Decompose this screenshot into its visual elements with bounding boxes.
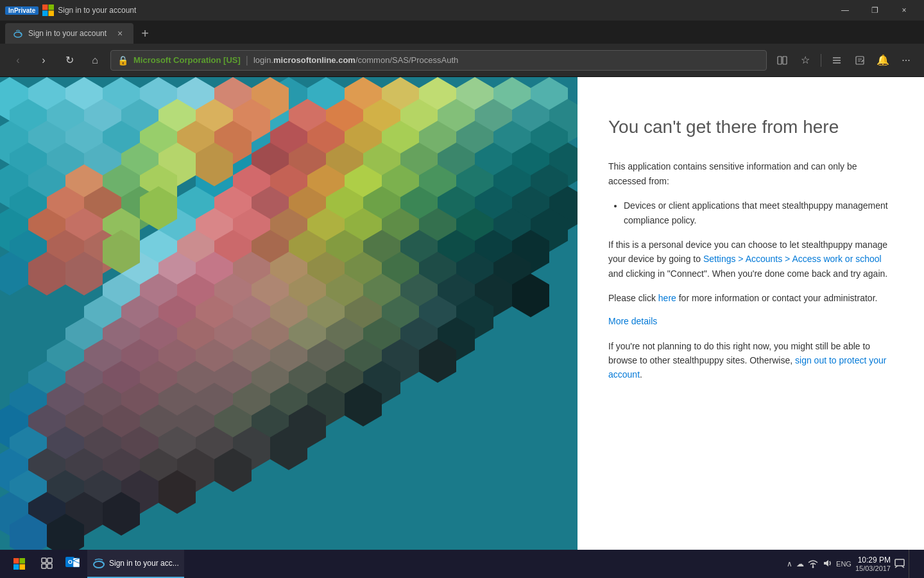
clock-time: 10:29 PM [855, 556, 891, 565]
tray-cloud-icon[interactable]: ☁ [796, 559, 804, 568]
address-bar: ‹ › ↻ ⌂ 🔒 Microsoft Corporation [US] | l… [0, 44, 924, 77]
task-view-button[interactable] [36, 550, 58, 578]
intro-text: This application contains sensitive info… [608, 161, 857, 186]
bullet-item: Devices or client applications that meet… [624, 198, 893, 227]
title-bar-left: InPrivate Sign in to your account [5, 4, 136, 16]
svg-rect-2 [42, 11, 48, 17]
svg-rect-30 [895, 559, 904, 566]
reading-view-icon [777, 55, 787, 66]
message-panel: You can't get there from here This appli… [578, 77, 924, 550]
inprivate-badge: InPrivate [5, 6, 38, 15]
here-link[interactable]: here [658, 293, 676, 303]
url-site-name: Microsoft Corporation [US] [133, 55, 241, 65]
clock-date: 15/03/2017 [855, 565, 891, 572]
minimize-button[interactable]: — [830, 0, 860, 21]
notifications-button[interactable]: 🔔 [873, 50, 893, 71]
tray-keyboard-icon[interactable]: ENG [836, 560, 851, 568]
url-full: login.microsoftonline.com/common/SAS/Pro… [253, 55, 458, 65]
outlook-logo: O [65, 555, 80, 569]
close-button[interactable]: × [889, 0, 919, 21]
edge-taskbar-icon [92, 557, 105, 570]
tab-close-button[interactable]: × [114, 28, 126, 39]
url-main: login. [253, 55, 273, 65]
para3-after: for more information or contact your adm… [676, 293, 878, 303]
tab-favicon [13, 28, 23, 39]
back-button[interactable]: ‹ [8, 50, 28, 71]
web-note-button[interactable] [850, 50, 870, 71]
para4: If you're not planning to do this right … [608, 339, 893, 382]
refresh-button[interactable]: ↻ [59, 50, 80, 71]
network-icon [808, 558, 818, 568]
svg-rect-3 [49, 11, 55, 17]
outlook-taskbar-btn[interactable]: O [60, 550, 85, 578]
title-bar: InPrivate Sign in to your account — ❐ × [0, 0, 924, 21]
svg-rect-18 [20, 565, 26, 570]
new-tab-button[interactable]: + [136, 24, 154, 42]
browser-content: You can't get there from here This appli… [0, 77, 924, 550]
maximize-button[interactable]: ❐ [860, 0, 889, 21]
tab-bar: Sign in to your account × + [0, 21, 924, 44]
para4-after: . [640, 369, 642, 380]
svg-rect-20 [47, 558, 52, 563]
hex-panel [0, 77, 578, 550]
hub-icon [832, 55, 842, 66]
hexagon-illustration [0, 77, 578, 550]
url-divider: | [246, 55, 248, 66]
tab-title-text: Sign in to your account [58, 6, 136, 15]
hub-button[interactable] [826, 50, 847, 71]
svg-rect-22 [47, 564, 52, 568]
tray-network-icon[interactable] [808, 558, 818, 570]
start-button[interactable] [5, 550, 33, 578]
intro-paragraph: This application contains sensitive info… [608, 159, 893, 188]
tray-speaker-icon[interactable] [822, 558, 832, 570]
svg-rect-15 [13, 558, 19, 564]
task-view-icon [41, 557, 53, 569]
para3-before: Please click [608, 293, 658, 303]
reading-view-button[interactable] [772, 50, 792, 71]
svg-rect-0 [42, 4, 48, 10]
speaker-icon [822, 558, 832, 568]
para3: Please click here for more information o… [608, 291, 893, 305]
url-domain: microsoftonline.com [273, 55, 355, 65]
svg-rect-21 [42, 564, 46, 568]
svg-rect-16 [20, 558, 26, 564]
url-path: /common/SAS/ProcessAuth [355, 55, 458, 65]
lock-icon: 🔒 [117, 55, 128, 66]
system-tray: ∧ ☁ ENG 10:29 PM 15/03/2017 [782, 550, 919, 578]
edge-taskbar-btn[interactable]: Sign in to your acc... [87, 550, 184, 578]
toolbar-separator [821, 54, 821, 67]
svg-text:O: O [68, 559, 73, 565]
toolbar-icons: ☆ 🔔 ··· [772, 50, 916, 71]
url-bar[interactable]: 🔒 Microsoft Corporation [US] | login.mic… [110, 50, 767, 71]
windows-logo [13, 558, 25, 570]
edge-logo [42, 4, 54, 16]
para2-after: and clicking in "Connect". When you're d… [608, 268, 887, 279]
tab-title: Sign in to your account [28, 29, 109, 38]
svg-rect-19 [42, 558, 46, 563]
active-tab[interactable]: Sign in to your account × [5, 23, 133, 44]
system-clock[interactable]: 10:29 PM 15/03/2017 [855, 556, 891, 572]
svg-rect-1 [49, 4, 55, 10]
svg-rect-17 [13, 565, 19, 570]
taskbar: O Sign in to your acc... ∧ ☁ [0, 550, 924, 578]
bullet-list: Devices or client applications that meet… [619, 198, 893, 227]
action-center-icon [894, 558, 905, 568]
page-title: You can't get there from here [608, 116, 893, 139]
more-button[interactable]: ··· [896, 50, 916, 71]
outlook-icon: O [65, 555, 80, 572]
settings-link[interactable]: Settings > Accounts > Access work or sch… [703, 254, 882, 264]
edge-taskbar-label: Sign in to your acc... [109, 559, 179, 568]
window-controls: — ❐ × [830, 0, 919, 21]
svg-point-29 [812, 566, 814, 568]
tray-action-center-icon[interactable] [894, 558, 905, 570]
para2: If this is a personal device you can cho… [608, 238, 893, 281]
forward-button[interactable]: › [33, 50, 54, 71]
favorites-button[interactable]: ☆ [795, 50, 816, 71]
show-desktop-button[interactable] [909, 550, 914, 578]
more-details-link[interactable]: More details [608, 316, 893, 326]
tray-expand-icon[interactable]: ∧ [787, 559, 792, 568]
web-note-icon [855, 55, 865, 66]
svg-rect-5 [778, 57, 782, 64]
home-button[interactable]: ⌂ [85, 50, 105, 71]
svg-rect-6 [783, 57, 787, 64]
